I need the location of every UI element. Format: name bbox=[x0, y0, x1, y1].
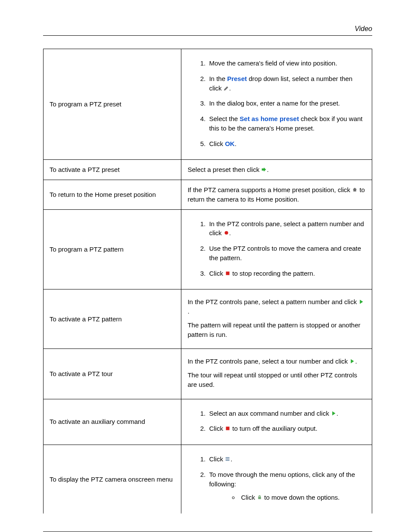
list-item: Click . bbox=[207, 454, 366, 464]
svg-rect-5 bbox=[226, 460, 230, 461]
steps-cell: Select a preset then click . bbox=[181, 160, 372, 180]
record-red-icon bbox=[224, 229, 229, 234]
stop-red-icon bbox=[225, 424, 230, 430]
list-item: In the dialog box, enter a name for the … bbox=[207, 99, 366, 108]
play-green-icon bbox=[349, 357, 355, 363]
svg-rect-1 bbox=[226, 271, 230, 275]
table-row: To activate a PTZ pattern In the PTZ con… bbox=[44, 289, 372, 349]
steps-cell: In the PTZ controls pane, select a patte… bbox=[181, 289, 372, 349]
play-green-icon bbox=[358, 298, 364, 303]
ordered-list: Select an aux command number and click .… bbox=[187, 409, 366, 434]
stop-red-icon bbox=[225, 269, 230, 275]
menu-list-icon bbox=[225, 455, 230, 460]
ui-term-preset: Preset bbox=[227, 75, 247, 82]
steps-cell: If the PTZ camera supports a Home preset… bbox=[181, 180, 372, 210]
task-cell: To program a PTZ preset bbox=[44, 49, 181, 160]
play-green-icon bbox=[331, 409, 336, 415]
page-header: Video bbox=[43, 25, 372, 36]
task-cell: To activate an auxiliary command bbox=[44, 399, 181, 445]
steps-cell: In the PTZ controls pane, select a patte… bbox=[181, 209, 372, 289]
ordered-list: Click . To move through the menu options… bbox=[187, 454, 366, 502]
ordered-list: In the PTZ controls pane, select a patte… bbox=[187, 219, 366, 278]
list-item: To move through the menu options, click … bbox=[207, 470, 366, 502]
ordered-list: Move the camera's field of view into pos… bbox=[187, 59, 366, 148]
table-row: To activate a PTZ preset Select a preset… bbox=[44, 160, 372, 180]
list-item: In the PTZ controls pane, select a patte… bbox=[207, 219, 366, 238]
list-item: Select the Set as home preset check box … bbox=[207, 114, 366, 133]
paragraph: The pattern will repeat until the patter… bbox=[187, 320, 366, 339]
arrow-right-green-icon bbox=[261, 165, 267, 171]
list-item: Click to stop recording the pattern. bbox=[207, 269, 366, 278]
list-item: Move the camera's field of view into pos… bbox=[207, 59, 366, 68]
svg-point-0 bbox=[224, 231, 228, 235]
svg-rect-4 bbox=[226, 459, 230, 460]
pencil-icon bbox=[224, 84, 229, 90]
paragraph: In the PTZ controls pane, select a patte… bbox=[187, 297, 366, 316]
ui-term-ok: OK bbox=[225, 140, 235, 147]
paragraph: The tour will repeat until stopped or un… bbox=[187, 370, 366, 389]
svg-rect-2 bbox=[226, 427, 230, 430]
steps-cell: Select an aux command number and click .… bbox=[181, 399, 372, 445]
steps-cell: Click . To move through the menu options… bbox=[181, 445, 372, 514]
steps-cell: In the PTZ controls pane, select a tour … bbox=[181, 349, 372, 399]
table-row: To activate an auxiliary command Select … bbox=[44, 399, 372, 445]
steps-cell: Move the camera's field of view into pos… bbox=[181, 49, 372, 160]
list-item: In the Preset drop down list, select a n… bbox=[207, 74, 366, 93]
svg-rect-3 bbox=[226, 457, 230, 458]
sub-list: Click to move down the options. bbox=[209, 493, 366, 502]
home-icon bbox=[352, 186, 358, 191]
task-cell: To return to the Home preset position bbox=[44, 180, 181, 210]
paragraph: In the PTZ controls pane, select a tour … bbox=[187, 357, 366, 366]
sub-list-item: Click to move down the options. bbox=[239, 493, 366, 502]
task-cell: To program a PTZ pattern bbox=[44, 209, 181, 289]
table-row: To program a PTZ pattern In the PTZ cont… bbox=[44, 209, 372, 289]
table-row: To activate a PTZ tour In the PTZ contro… bbox=[44, 349, 372, 399]
table-row: To program a PTZ preset Move the camera'… bbox=[44, 49, 372, 160]
list-item: Click to turn off the auxiliary output. bbox=[207, 424, 366, 433]
task-cell: To activate a PTZ preset bbox=[44, 160, 181, 180]
task-cell: To display the PTZ camera onscreen menu bbox=[44, 445, 181, 514]
list-item: Use the PTZ controls to move the camera … bbox=[207, 244, 366, 263]
instructions-table: To program a PTZ preset Move the camera'… bbox=[43, 49, 372, 513]
list-item: Click OK. bbox=[207, 139, 366, 149]
table-row: To display the PTZ camera onscreen menu … bbox=[44, 445, 372, 514]
task-cell: To activate a PTZ tour bbox=[44, 349, 181, 399]
lock-icon bbox=[257, 493, 262, 499]
header-section-title: Video bbox=[355, 25, 372, 32]
ui-term-set-as-home-preset: Set as home preset bbox=[240, 115, 299, 122]
list-item: Select an aux command number and click . bbox=[207, 409, 366, 418]
task-cell: To activate a PTZ pattern bbox=[44, 289, 181, 349]
table-row: To return to the Home preset position If… bbox=[44, 180, 372, 210]
